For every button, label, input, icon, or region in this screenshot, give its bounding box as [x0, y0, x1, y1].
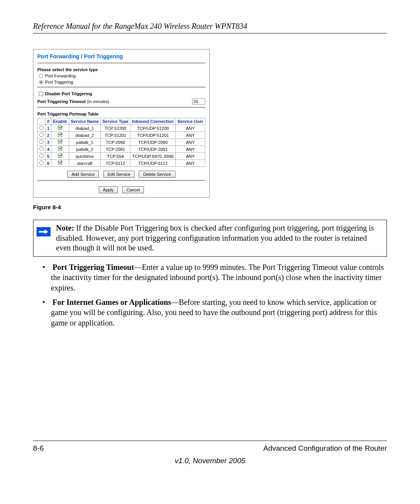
page-footer: 8-6 Advanced Configuration of the Router… — [33, 441, 387, 465]
row-select-radio[interactable] — [39, 133, 44, 137]
bullet-list: Port Triggering Timeout—Enter a value up… — [33, 262, 387, 328]
row-enable-checkbox[interactable] — [58, 140, 62, 144]
bullet-timeout: Port Triggering Timeout—Enter a value up… — [33, 262, 387, 293]
cancel-button[interactable]: Cancel — [122, 186, 144, 193]
timeout-label: Port Triggering Timeout (in minutes) — [37, 99, 109, 104]
delete-service-button[interactable]: Delete Service — [139, 171, 175, 178]
radio-port-triggering[interactable] — [39, 80, 43, 84]
screenshot-title: Port Forwarding / Port Triggering — [37, 53, 205, 60]
col-enable: Enable — [51, 118, 69, 125]
table-row: 2dialpad_2TCP:51201TCP/UDP:51201ANY — [38, 132, 205, 139]
col-user: Service User — [175, 118, 205, 125]
row-user: ANY — [175, 125, 205, 132]
table-row: 6starcraftTCP:6112TCP/UDP:6112ANY — [38, 160, 205, 167]
col-num: # — [46, 118, 51, 125]
portmap-table-title: Port Triggering Portmap Table — [37, 112, 205, 116]
screenshot-divider-2 — [37, 87, 205, 88]
radio-port-triggering-label: Port Triggering — [45, 80, 73, 84]
service-button-row: Add Service Edit Service Delete Service — [37, 171, 205, 178]
portmap-table: # Enable Service Name Service Type Inbou… — [37, 118, 205, 167]
row-user: ANY — [175, 153, 205, 160]
row-enable-checkbox[interactable] — [58, 161, 62, 165]
disable-port-triggering-label: Disable Port Triggering — [45, 91, 92, 96]
row-user: ANY — [175, 160, 205, 167]
row-enable-checkbox[interactable] — [58, 147, 62, 151]
col-service-type: Service Type — [101, 118, 130, 125]
row-enable-checkbox[interactable] — [58, 154, 62, 158]
edit-service-button[interactable]: Edit Service — [103, 171, 135, 178]
screenshot-divider-1 — [37, 63, 205, 63]
screenshot-divider-3 — [37, 107, 205, 108]
note-arrow-icon — [37, 227, 51, 236]
page-header-title: Reference Manual for the RangeMax 240 Wi… — [33, 22, 387, 31]
row-service-name: paltalk_1 — [69, 139, 101, 146]
row-inbound: TCP/UDP:51200 — [130, 125, 175, 132]
row-enable-checkbox[interactable] — [58, 126, 62, 130]
service-type-label: Please select the service type — [37, 67, 205, 72]
row-num: 5 — [46, 153, 51, 160]
row-num: 4 — [46, 146, 51, 153]
row-service-type: TCP:6112 — [101, 160, 130, 167]
apply-button[interactable]: Apply — [99, 186, 118, 193]
header-rule — [33, 33, 387, 33]
note-text: Note: If the Disable Port Triggering box… — [54, 220, 387, 256]
table-row: 1dialpad_1TCP:51200TCP/UDP:51200ANY — [38, 125, 205, 132]
row-inbound: TCP/UDP:2091 — [130, 146, 175, 153]
timeout-input[interactable] — [192, 98, 205, 105]
row-service-type: TCP:2091 — [101, 146, 130, 153]
row-service-name: dialpad_1 — [69, 125, 101, 132]
apply-button-row: Apply Cancel — [37, 186, 205, 193]
note-box: Note: If the Disable Port Triggering box… — [33, 220, 387, 257]
table-row: 4paltalk_2TCP:2091TCP/UDP:2091ANY — [38, 146, 205, 153]
row-inbound: TCP/UDP:6112 — [130, 160, 175, 167]
bullet-games: For Internet Games or Applications—Befor… — [33, 297, 387, 328]
footer-page-number: 8-6 — [33, 444, 44, 453]
row-service-type: TCP:51200 — [101, 125, 130, 132]
row-enable-checkbox[interactable] — [58, 133, 62, 137]
row-service-type: TCP:554 — [101, 153, 130, 160]
row-select-radio[interactable] — [39, 161, 44, 165]
row-service-type: TCP:2090 — [101, 139, 130, 146]
radio-port-forwarding[interactable] — [39, 74, 43, 78]
table-row: 3paltalk_1TCP:2090TCP/UDP:2090ANY — [38, 139, 205, 146]
row-inbound: TCP/UDP:51201 — [130, 132, 175, 139]
row-select-radio[interactable] — [39, 126, 44, 130]
disable-port-triggering-checkbox[interactable] — [39, 92, 43, 96]
col-select — [38, 118, 46, 125]
figure-caption: Figure 8-4 — [33, 204, 387, 210]
row-num: 2 — [46, 132, 51, 139]
footer-section: Advanced Configuration of the Router — [263, 444, 387, 453]
table-row: 5quicktimeTCP:554TCP/UDP:6970..6990ANY — [38, 153, 205, 160]
row-service-name: starcraft — [69, 160, 101, 167]
row-num: 1 — [46, 125, 51, 132]
row-service-name: dialpad_2 — [69, 132, 101, 139]
row-num: 6 — [46, 160, 51, 167]
col-service-name: Service Name — [69, 118, 101, 125]
row-inbound: TCP/UDP:2090 — [130, 139, 175, 146]
footer-rule — [33, 441, 387, 441]
row-user: ANY — [175, 139, 205, 146]
radio-port-forwarding-label: Port Forwarding — [45, 74, 75, 78]
row-service-name: quicktime — [69, 153, 101, 160]
row-inbound: TCP/UDP:6970..6990 — [130, 153, 175, 160]
row-select-radio[interactable] — [39, 147, 44, 151]
row-service-name: paltalk_2 — [69, 146, 101, 153]
row-user: ANY — [175, 132, 205, 139]
router-ui-screenshot: Port Forwarding / Port Triggering Please… — [33, 49, 210, 198]
row-service-type: TCP:51201 — [101, 132, 130, 139]
add-service-button[interactable]: Add Service — [67, 171, 99, 178]
row-select-radio[interactable] — [39, 154, 44, 158]
row-user: ANY — [175, 146, 205, 153]
screenshot-divider-4 — [37, 180, 205, 181]
footer-version: v1.0, November 2005 — [33, 457, 387, 465]
row-num: 3 — [46, 139, 51, 146]
row-select-radio[interactable] — [39, 140, 44, 144]
col-inbound: Inbound Connection — [130, 118, 175, 125]
